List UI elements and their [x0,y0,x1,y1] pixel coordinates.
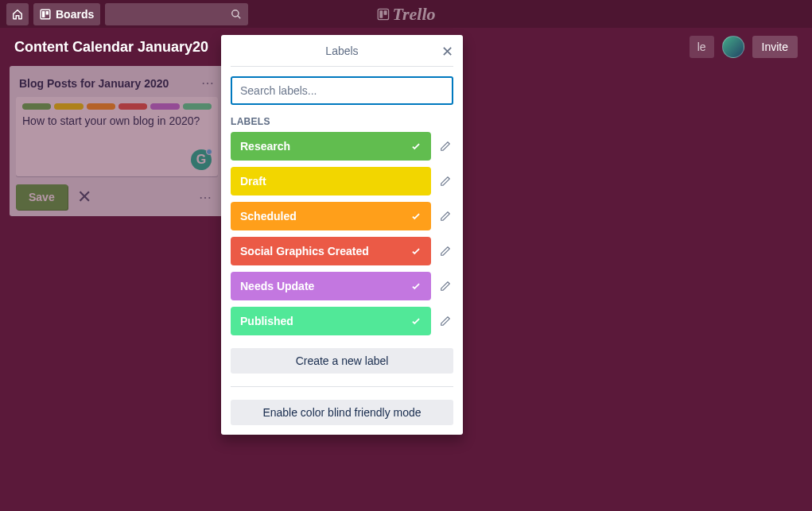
label-row: Published [231,307,453,335]
label-row: Social Graphics Created [231,237,453,265]
label-pill[interactable]: Scheduled [231,202,431,230]
card-label-pill[interactable] [87,103,115,110]
card[interactable]: How to start your own blog in 2020? G [16,97,218,176]
topbar: Boards Trello [0,0,812,28]
label-pill[interactable]: Published [231,307,431,335]
search-icon [231,9,242,20]
popover-title: Labels [325,45,358,57]
svg-rect-6 [383,10,387,14]
boards-button[interactable]: Boards [33,3,100,25]
pencil-icon[interactable] [437,211,453,222]
label-name: Draft [240,175,266,188]
label-row: Scheduled [231,202,453,230]
svg-rect-5 [379,10,383,17]
check-icon [410,316,422,327]
label-name: Scheduled [240,210,297,223]
labels-popover: Labels ✕ LABELS ResearchDraftScheduledSo… [221,35,463,435]
pencil-icon[interactable] [437,141,453,152]
list: Blog Posts for January 2020 ⋯ How to sta… [10,66,224,216]
label-row: Draft [231,167,453,195]
search-box[interactable] [105,3,248,25]
label-name: Social Graphics Created [240,245,369,257]
team-visibility[interactable]: le [690,36,714,58]
label-row: Needs Update [231,272,453,300]
label-pill[interactable]: Research [231,132,431,161]
check-icon [410,281,422,292]
pencil-icon[interactable] [437,316,453,327]
check-icon [410,141,422,152]
svg-rect-2 [46,10,49,14]
card-label-pill[interactable] [118,103,147,110]
check-icon [410,211,422,222]
boards-icon [40,9,51,20]
create-label-button[interactable]: Create a new label [231,348,453,374]
label-pill[interactable]: Draft [231,167,431,195]
logo[interactable]: Trello [376,4,435,25]
avatar[interactable] [722,36,744,58]
section-heading: LABELS [231,116,453,127]
invite-button[interactable]: Invite [752,36,798,58]
grammarly-icon[interactable]: G [191,149,212,170]
board-title[interactable]: Content Calendar January20 [14,39,208,56]
label-list: ResearchDraftScheduledSocial Graphics Cr… [231,132,453,335]
close-icon[interactable]: ✕ [77,187,91,207]
label-name: Needs Update [240,280,314,292]
boards-label: Boards [56,8,94,21]
close-icon[interactable]: ✕ [441,43,453,60]
card-label-pill[interactable] [183,103,212,110]
label-name: Research [240,140,290,153]
pencil-icon[interactable] [437,176,453,187]
label-name: Published [240,315,293,327]
pencil-icon[interactable] [437,246,453,257]
logo-icon [376,8,389,21]
list-title[interactable]: Blog Posts for January 2020 [19,77,169,90]
home-button[interactable] [6,3,29,25]
check-icon [410,246,422,257]
label-row: Research [231,132,453,161]
search-labels-input[interactable] [231,76,453,105]
card-actions-menu[interactable]: ⋯ [199,190,218,205]
label-pill[interactable]: Social Graphics Created [231,237,431,265]
card-label-pill[interactable] [150,103,179,110]
list-menu-button[interactable]: ⋯ [201,75,215,91]
label-pill[interactable]: Needs Update [231,272,431,300]
card-text: How to start your own blog in 2020? [22,114,212,127]
card-label-pill[interactable] [22,103,51,110]
card-labels [22,103,212,110]
svg-point-3 [232,10,239,16]
svg-rect-1 [42,10,45,17]
home-icon [12,9,23,20]
colorblind-mode-button[interactable]: Enable color blind friendly mode [231,400,453,425]
pencil-icon[interactable] [437,281,453,292]
card-label-pill[interactable] [54,103,83,110]
logo-text: Trello [392,4,435,25]
save-button[interactable]: Save [16,184,68,210]
